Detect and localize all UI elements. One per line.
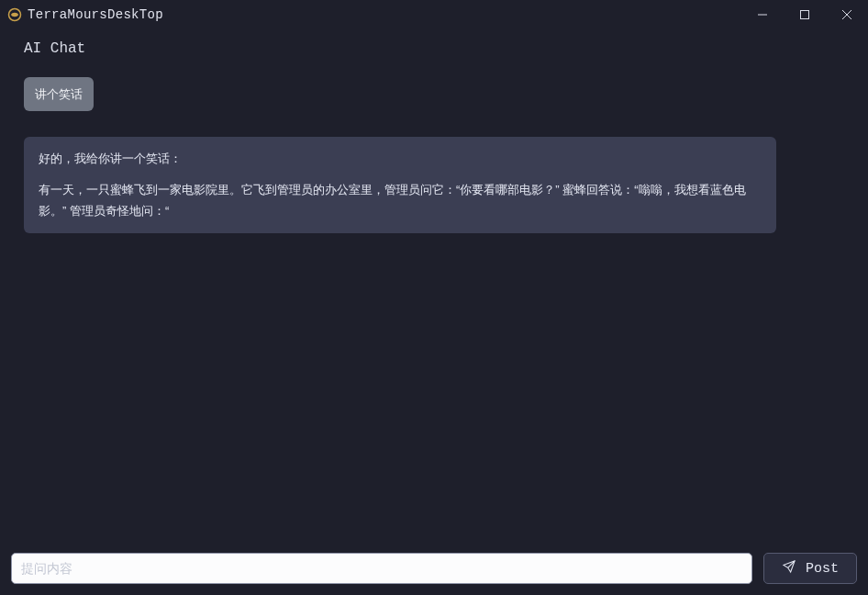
ai-message-body: 有一天，一只蜜蜂飞到一家电影院里。它飞到管理员的办公室里，管理员问它：“你要看哪…	[39, 179, 762, 222]
titlebar: TerraMoursDeskTop	[0, 0, 868, 29]
prompt-input[interactable]	[11, 553, 752, 584]
page-title: AI Chat	[0, 29, 868, 66]
window-controls	[741, 0, 868, 29]
message-row-ai: 好的，我给你讲一个笑话： 有一天，一只蜜蜂飞到一家电影院里。它飞到管理员的办公室…	[24, 137, 844, 232]
post-button[interactable]: Post	[763, 553, 857, 584]
titlebar-left: TerraMoursDeskTop	[7, 7, 163, 22]
message-row-user: 讲个笑话	[24, 77, 844, 111]
svg-rect-2	[801, 11, 809, 19]
close-button[interactable]	[826, 0, 868, 29]
app-title: TerraMoursDeskTop	[28, 7, 163, 22]
chat-window: 讲个笑话 好的，我给你讲一个笑话： 有一天，一只蜜蜂飞到一家电影院里。它飞到管理…	[0, 66, 868, 553]
minimize-button[interactable]	[741, 0, 784, 29]
user-message-bubble: 讲个笑话	[24, 77, 94, 111]
ai-message-bubble: 好的，我给你讲一个笑话： 有一天，一只蜜蜂飞到一家电影院里。它飞到管理员的办公室…	[24, 137, 776, 232]
maximize-button[interactable]	[784, 0, 826, 29]
app-icon	[7, 7, 22, 22]
compose-bar: Post	[0, 553, 868, 595]
ai-message-intro: 好的，我给你讲一个笑话：	[39, 148, 762, 169]
post-button-label: Post	[806, 561, 839, 577]
send-icon	[782, 559, 796, 578]
